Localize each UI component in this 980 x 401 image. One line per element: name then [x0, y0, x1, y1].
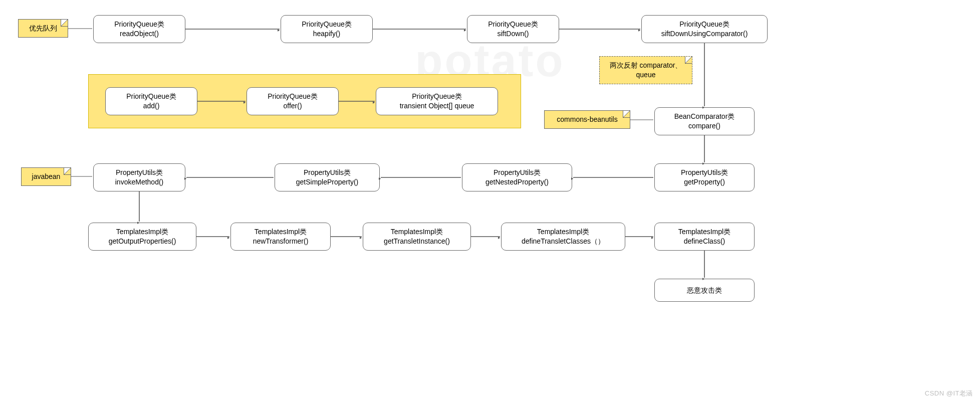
note-fold-icon: [64, 168, 71, 175]
node-pu-invokeMethod: PropertyUtils类 invokeMethod(): [93, 163, 185, 191]
note-reflection: 两次反射 comparator、queue: [599, 56, 692, 84]
node-pu-getNestedProperty: PropertyUtils类 getNestedProperty(): [462, 163, 572, 191]
attribution-text: CSDN @IT老涵: [925, 389, 973, 398]
node-pq-add: PriorityQueue类 add(): [105, 87, 197, 115]
node-bc-compare: BeanComparator类 compare(): [654, 107, 755, 135]
node-pu-getSimpleProperty: PropertyUtils类 getSimpleProperty(): [275, 163, 380, 191]
note-fold-icon: [685, 57, 692, 64]
note-label: commons-beanutils: [557, 115, 617, 123]
note-label: 优先队列: [29, 24, 57, 32]
edges-layer: refY="5" markerWidth="8" markerHeight="8…: [0, 0, 980, 401]
node-pq-siftDown: PriorityQueue类 siftDown(): [467, 15, 559, 43]
note-label: 两次反射 comparator、queue: [610, 61, 682, 79]
node-pq-queue: PriorityQueue类 transient Object[] queue: [376, 87, 498, 115]
node-pu-getProperty: PropertyUtils类 getProperty(): [654, 163, 755, 191]
node-pq-offer: PriorityQueue类 offer(): [247, 87, 339, 115]
note-javabean: javabean: [21, 167, 71, 186]
node-malicious-class: 恶意攻击类: [654, 279, 755, 302]
note-fold-icon: [623, 111, 630, 118]
node-ti-getTransletInstance: TemplatesImpl类 getTransletInstance(): [363, 223, 471, 251]
node-ti-newTransformer: TemplatesImpl类 newTransformer(): [230, 223, 331, 251]
node-pq-heapify: PriorityQueue类 heapify(): [281, 15, 373, 43]
note-label: javabean: [32, 172, 61, 180]
note-fold-icon: [61, 20, 68, 27]
node-pq-readObject: PriorityQueue类 readObject(): [93, 15, 185, 43]
note-priority-queue: 优先队列: [18, 19, 68, 38]
note-commons-beanutils: commons-beanutils: [544, 110, 630, 129]
node-pq-siftDownUsingComparator: PriorityQueue类 siftDownUsingComparator(): [641, 15, 768, 43]
node-ti-defineTransletClasses: TemplatesImpl类 defineTransletClasses（）: [501, 223, 625, 251]
node-ti-getOutputProperties: TemplatesImpl类 getOutputProperties(): [88, 223, 196, 251]
node-ti-defineClass: TemplatesImpl类 defineClass(): [654, 223, 755, 251]
